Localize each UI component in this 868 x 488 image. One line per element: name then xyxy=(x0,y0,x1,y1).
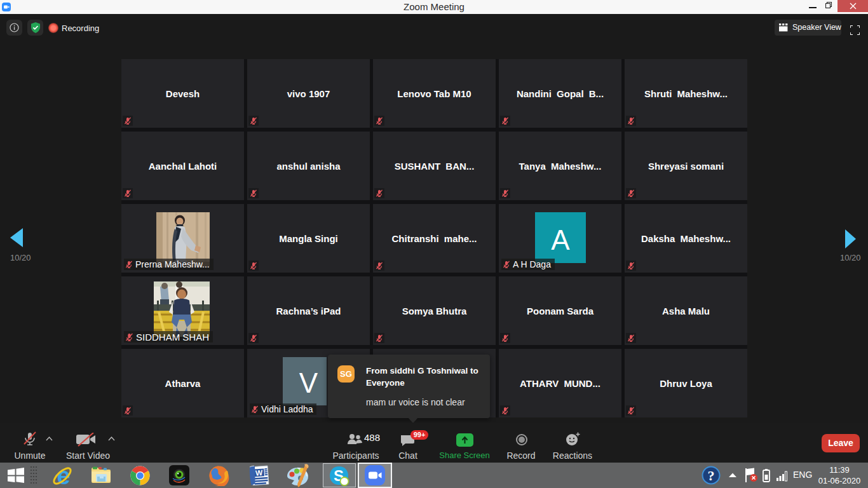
svg-text:W: W xyxy=(255,468,264,478)
svg-text:?: ? xyxy=(708,468,715,484)
